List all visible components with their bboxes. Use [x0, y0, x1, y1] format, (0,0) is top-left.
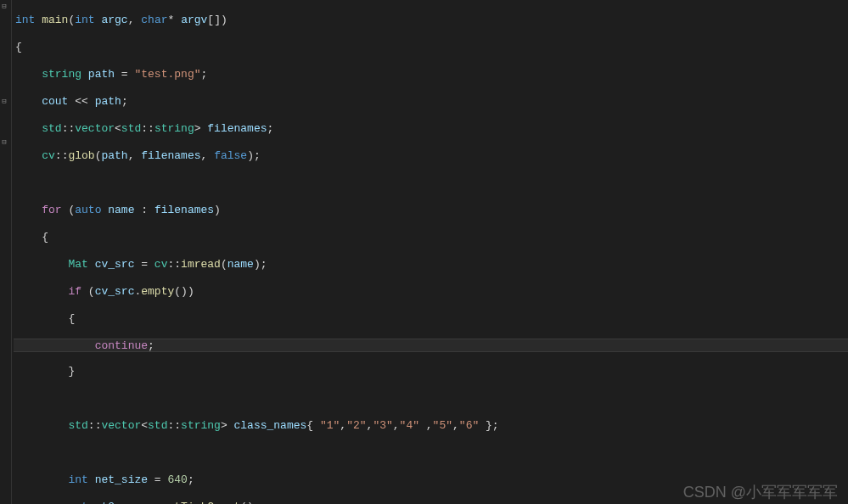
fold-icon[interactable]: ⊟: [0, 95, 8, 109]
code-line: cout << path;: [14, 95, 848, 109]
code-line: std::vector<std::string> class_names{ "1…: [14, 419, 848, 433]
code-line: [14, 392, 848, 406]
code-editor[interactable]: ⊟ ⊟ ⊟ int main(int argc, char* argv[]) {…: [0, 0, 848, 504]
code-line: string path = "test.png";: [14, 68, 848, 81]
fold-icon[interactable]: ⊟: [0, 0, 8, 14]
fold-gutter: ⊟ ⊟ ⊟: [0, 0, 12, 504]
code-line-current: continue;: [14, 339, 848, 352]
code-line: for (auto name : filenames): [14, 204, 848, 217]
fold-icon[interactable]: ⊟: [0, 136, 8, 149]
code-line: {: [14, 231, 848, 244]
code-line: [14, 176, 848, 190]
code-line: }: [14, 365, 848, 378]
code-line: {: [14, 41, 848, 54]
code-line: int main(int argc, char* argv[]): [14, 14, 848, 27]
code-line: auto t0 = cv::getTickCount();: [14, 501, 848, 504]
code-line: std::vector<std::string> filenames;: [14, 122, 848, 136]
code-line: cv::glob(path, filenames, false);: [14, 149, 848, 163]
code-line: [14, 446, 848, 460]
code-line: Mat cv_src = cv::imread(name);: [14, 258, 848, 272]
code-line: int net_size = 640;: [14, 473, 848, 487]
code-line: if (cv_src.empty()): [14, 285, 848, 299]
code-line: {: [14, 312, 848, 326]
code-area[interactable]: int main(int argc, char* argv[]) { strin…: [12, 0, 848, 504]
